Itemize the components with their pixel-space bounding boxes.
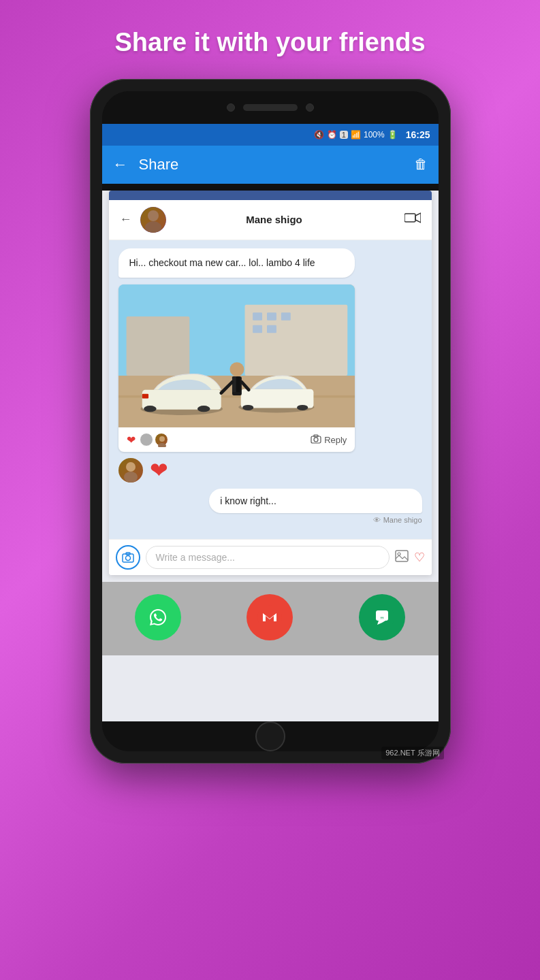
share-hangouts-button[interactable]: ,,	[359, 594, 405, 640]
svg-point-0	[148, 210, 159, 221]
shared-post-card: ❤	[118, 284, 355, 452]
status-icons: 🔇 ⏰ 1 📶 100% 🔋	[314, 130, 398, 140]
svg-rect-8	[253, 312, 262, 321]
heart-reaction-icon: ❤	[127, 434, 136, 446]
user-avatar-small	[118, 458, 143, 483]
phone-top-bezel	[102, 91, 439, 124]
battery-icon: 🔋	[387, 130, 398, 140]
svg-point-34	[126, 462, 136, 472]
status-time: 16:25	[406, 129, 430, 140]
reaction-avatar-1	[140, 433, 153, 446]
phone-speaker	[243, 104, 298, 111]
reactions: ❤	[127, 434, 136, 446]
avatar-reaction-row: ❤	[118, 457, 422, 483]
chat-top-strip	[109, 191, 432, 200]
chat-contact-name: Mane shigo	[172, 214, 377, 225]
svg-rect-12	[267, 325, 276, 333]
reply-button[interactable]: Reply	[311, 434, 347, 446]
message-bubble-incoming: Hi... checkout ma new car... lol.. lambo…	[118, 248, 355, 278]
heart-reaction-button[interactable]: ♡	[414, 550, 425, 565]
reaction-avatars	[140, 433, 168, 446]
app-bar: ← Share 🗑	[102, 146, 439, 184]
svg-rect-10	[281, 312, 290, 321]
camera-small-icon	[311, 434, 321, 446]
seen-icon: 👁	[373, 516, 381, 524]
heart-reaction-big: ❤	[150, 457, 168, 483]
message-input[interactable]: Write a message...	[146, 546, 390, 569]
svg-rect-2	[404, 214, 415, 222]
front-sensor	[306, 103, 314, 112]
message-bubble-outgoing: i know right...	[209, 489, 422, 513]
svg-rect-11	[253, 325, 262, 333]
mute-icon: 🔇	[314, 130, 324, 140]
message-input-placeholder: Write a message...	[156, 552, 235, 563]
app-bar-delete-button[interactable]: 🗑	[414, 157, 428, 172]
battery-text: 100%	[364, 130, 385, 140]
avatar-image	[140, 207, 166, 233]
svg-point-37	[125, 556, 130, 561]
svg-point-32	[314, 438, 318, 442]
svg-point-41	[146, 605, 170, 630]
camera-button[interactable]	[116, 545, 140, 570]
svg-rect-26	[236, 376, 240, 392]
chat-back-button[interactable]: ←	[120, 212, 132, 227]
front-camera	[227, 103, 235, 112]
svg-marker-3	[415, 213, 421, 223]
svg-rect-22	[142, 394, 148, 399]
phone-frame: 🔇 ⏰ 1 📶 100% 🔋 16:25 ← Share 🗑 ←	[90, 79, 451, 764]
svg-point-30	[158, 443, 166, 447]
chat-contact-avatar	[140, 207, 166, 233]
page-title: Share it with your friends	[74, 0, 466, 79]
messages-area: Hi... checkout ma new car... lol.. lambo…	[109, 240, 432, 540]
status-bar: 🔇 ⏰ 1 📶 100% 🔋 16:25	[102, 124, 439, 146]
seen-by-label: Mane shigo	[383, 516, 422, 524]
svg-rect-25	[232, 376, 236, 392]
svg-text:,,: ,,	[381, 612, 384, 619]
screen-content: ← Mane shigo	[102, 191, 439, 721]
app-bar-title: Share	[139, 156, 414, 174]
watermark: 962.NET 乐游网	[381, 747, 443, 760]
svg-rect-16	[144, 406, 157, 412]
notification-badge: 1	[340, 131, 348, 139]
reaction-avatar-2	[155, 433, 168, 446]
svg-point-1	[145, 221, 161, 233]
home-button[interactable]	[255, 721, 285, 751]
svg-point-23	[229, 362, 244, 376]
svg-rect-39	[396, 551, 408, 561]
svg-point-35	[124, 472, 138, 483]
share-whatsapp-button[interactable]	[135, 594, 181, 640]
message-seen-indicator: 👁 Mane shigo	[118, 516, 422, 524]
post-image	[118, 284, 355, 427]
reply-label: Reply	[324, 435, 347, 445]
svg-rect-9	[267, 312, 276, 321]
svg-point-42	[257, 605, 282, 630]
chat-input-bar: Write a message... ♡	[109, 539, 432, 575]
alarm-icon: ⏰	[327, 130, 337, 140]
phone-screen: 🔇 ⏰ 1 📶 100% 🔋 16:25 ← Share 🗑 ←	[102, 91, 439, 751]
svg-rect-7	[126, 316, 189, 376]
svg-rect-20	[242, 405, 253, 410]
image-attach-button[interactable]	[395, 550, 409, 566]
video-call-button[interactable]	[404, 212, 421, 227]
svg-rect-21	[297, 405, 308, 410]
svg-point-29	[159, 436, 165, 442]
app-bar-back-button[interactable]: ←	[113, 156, 128, 174]
signal-icon: 📶	[351, 130, 361, 140]
share-gmail-button[interactable]	[247, 594, 293, 640]
share-apps-bar: ,,	[102, 582, 439, 655]
chat-card: ← Mane shigo	[109, 191, 432, 576]
post-actions: ❤	[118, 427, 355, 452]
svg-rect-17	[197, 406, 210, 412]
chat-header: ← Mane shigo	[109, 200, 432, 240]
